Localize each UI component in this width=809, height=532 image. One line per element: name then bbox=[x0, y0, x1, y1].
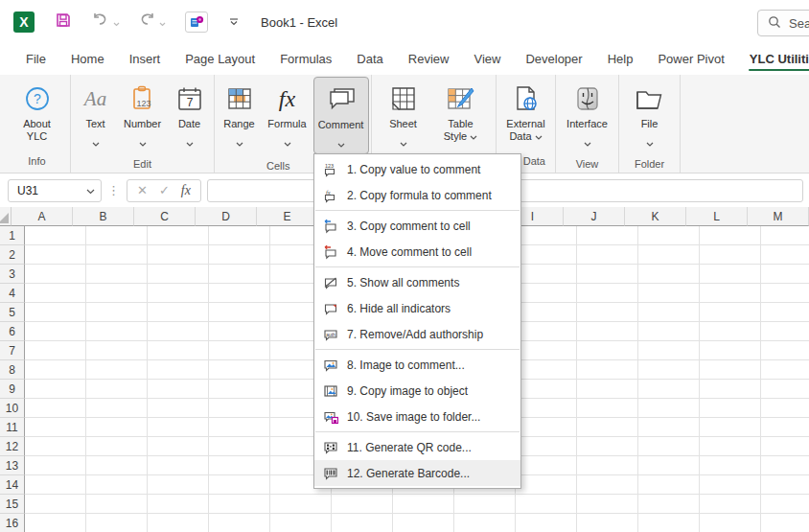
addin-button[interactable] bbox=[178, 8, 215, 36]
menu-item-move-comment-to-cell[interactable]: 4. Move comment to cell bbox=[314, 239, 520, 265]
row-header-15[interactable]: 15 bbox=[0, 495, 25, 514]
cell-C8[interactable] bbox=[148, 360, 209, 380]
cell-J10[interactable] bbox=[577, 399, 638, 418]
cell-D7[interactable] bbox=[209, 341, 270, 360]
column-header-J[interactable]: J bbox=[564, 207, 625, 226]
cell-M11[interactable] bbox=[761, 418, 809, 437]
comment-button[interactable]: Comment bbox=[313, 77, 369, 154]
cell-K7[interactable] bbox=[638, 341, 700, 360]
menu-item-hide-all-indicators[interactable]: 6. Hide all indicators bbox=[314, 295, 520, 321]
cell-B4[interactable] bbox=[86, 284, 148, 303]
column-header-E[interactable]: E bbox=[257, 207, 318, 226]
redo-button[interactable] bbox=[130, 8, 173, 36]
cell-M8[interactable] bbox=[761, 360, 809, 380]
cell-C9[interactable] bbox=[148, 380, 209, 399]
text-button[interactable]: Aa Text bbox=[75, 77, 117, 152]
cell-K10[interactable] bbox=[638, 399, 700, 418]
cell-L6[interactable] bbox=[700, 322, 761, 341]
cell-E15[interactable] bbox=[270, 495, 332, 514]
cell-K5[interactable] bbox=[638, 303, 700, 322]
cell-A4[interactable] bbox=[25, 284, 86, 303]
cell-J8[interactable] bbox=[577, 360, 638, 380]
tab-view[interactable]: View bbox=[461, 46, 513, 75]
cell-L16[interactable] bbox=[700, 514, 761, 532]
menu-item-copy-comment-to-cell[interactable]: 3. Copy comment to cell bbox=[314, 213, 520, 239]
row-header-13[interactable]: 13 bbox=[0, 456, 25, 475]
cell-M16[interactable] bbox=[761, 514, 809, 532]
tab-developer[interactable]: Developer bbox=[513, 46, 594, 75]
cell-M13[interactable] bbox=[761, 456, 809, 475]
cell-I2[interactable] bbox=[516, 245, 577, 265]
tab-review[interactable]: Review bbox=[396, 46, 462, 75]
cell-K11[interactable] bbox=[638, 418, 700, 437]
cell-C13[interactable] bbox=[148, 456, 209, 475]
tab-power-pivot[interactable]: Power Pivot bbox=[645, 46, 736, 75]
tab-insert[interactable]: Insert bbox=[117, 46, 173, 75]
cell-J4[interactable] bbox=[577, 284, 638, 303]
cell-K2[interactable] bbox=[638, 245, 700, 265]
row-header-8[interactable]: 8 bbox=[0, 360, 25, 380]
cell-L4[interactable] bbox=[700, 284, 761, 303]
cell-M15[interactable] bbox=[761, 495, 809, 514]
cell-J2[interactable] bbox=[577, 245, 638, 265]
cell-M6[interactable] bbox=[761, 322, 809, 341]
cell-L15[interactable] bbox=[700, 495, 761, 514]
menu-item-copy-image-to-object[interactable]: 9. Copy image to object bbox=[314, 378, 520, 404]
cell-C4[interactable] bbox=[148, 284, 209, 303]
cell-D5[interactable] bbox=[209, 303, 270, 322]
cell-K14[interactable] bbox=[638, 475, 700, 495]
cell-C5[interactable] bbox=[148, 303, 209, 322]
cell-L12[interactable] bbox=[700, 437, 761, 456]
cell-C3[interactable] bbox=[148, 265, 209, 284]
cell-K8[interactable] bbox=[638, 360, 700, 380]
cell-A13[interactable] bbox=[25, 456, 86, 475]
cell-D11[interactable] bbox=[209, 418, 270, 437]
cell-C2[interactable] bbox=[148, 245, 209, 265]
cell-M1[interactable] bbox=[761, 226, 809, 245]
cell-C16[interactable] bbox=[148, 514, 209, 532]
date-button[interactable]: 7 Date bbox=[169, 77, 211, 152]
cell-B8[interactable] bbox=[86, 360, 148, 380]
cell-L2[interactable] bbox=[700, 245, 761, 265]
row-header-11[interactable]: 11 bbox=[0, 418, 25, 437]
cell-M2[interactable] bbox=[761, 245, 809, 265]
cell-A6[interactable] bbox=[25, 322, 86, 341]
row-header-9[interactable]: 9 bbox=[0, 380, 25, 399]
row-header-12[interactable]: 12 bbox=[0, 437, 25, 456]
cell-I5[interactable] bbox=[516, 303, 577, 322]
cell-A3[interactable] bbox=[25, 265, 86, 284]
cell-I15[interactable] bbox=[516, 495, 577, 514]
cell-C1[interactable] bbox=[148, 226, 209, 245]
cell-I6[interactable] bbox=[516, 322, 577, 341]
cell-M3[interactable] bbox=[761, 265, 809, 284]
menu-item-copy-formula-to-comment[interactable]: fx 2. Copy formula to comment bbox=[314, 182, 520, 208]
cell-J12[interactable] bbox=[577, 437, 638, 456]
tab-page-layout[interactable]: Page Layout bbox=[173, 46, 267, 75]
cell-M4[interactable] bbox=[761, 284, 809, 303]
menu-item-save-image-to-folder[interactable]: 10. Save image to folder... bbox=[314, 404, 520, 429]
cell-A10[interactable] bbox=[25, 399, 86, 418]
external-data-button[interactable]: External Data bbox=[498, 77, 554, 150]
cell-D10[interactable] bbox=[209, 399, 270, 418]
cell-K1[interactable] bbox=[638, 226, 700, 245]
column-header-C[interactable]: C bbox=[134, 207, 196, 226]
cell-A14[interactable] bbox=[25, 475, 86, 495]
menu-item-show-all-comments[interactable]: 5. Show all comments bbox=[314, 269, 520, 295]
cell-J16[interactable] bbox=[577, 514, 638, 532]
cell-K13[interactable] bbox=[638, 456, 700, 475]
cell-A8[interactable] bbox=[25, 360, 86, 380]
cell-A15[interactable] bbox=[25, 495, 86, 514]
cell-B3[interactable] bbox=[86, 265, 148, 284]
about-ylc-button[interactable]: ? About YLC bbox=[18, 77, 56, 150]
cell-C11[interactable] bbox=[148, 418, 209, 437]
cell-B7[interactable] bbox=[86, 341, 148, 360]
cell-D2[interactable] bbox=[209, 245, 270, 265]
cell-L8[interactable] bbox=[700, 360, 761, 380]
cell-G16[interactable] bbox=[393, 514, 454, 532]
cell-B6[interactable] bbox=[86, 322, 148, 341]
cell-J5[interactable] bbox=[577, 303, 638, 322]
cell-C15[interactable] bbox=[148, 495, 209, 514]
cell-I13[interactable] bbox=[516, 456, 577, 475]
row-header-3[interactable]: 3 bbox=[0, 265, 25, 284]
cell-F15[interactable] bbox=[332, 495, 393, 514]
